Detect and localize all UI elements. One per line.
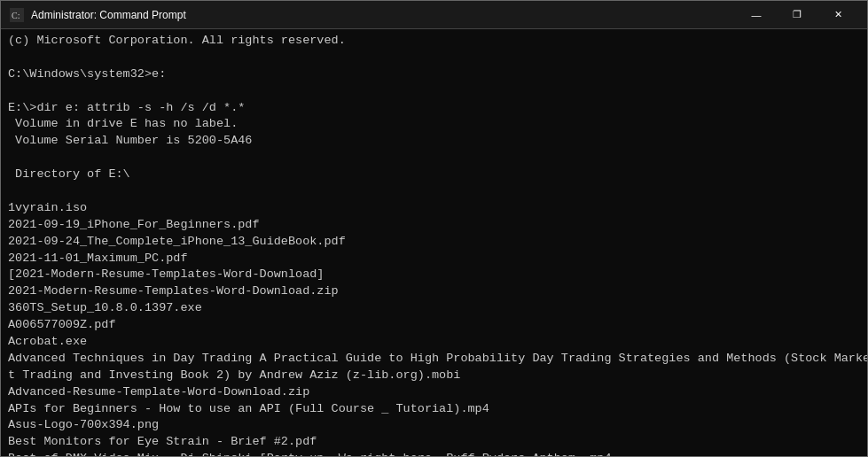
command-prompt-window: C: Administrator: Command Prompt — ❐ ✕ (… — [0, 0, 868, 457]
title-bar: C: Administrator: Command Prompt — ❐ ✕ — [1, 1, 867, 29]
window-title: Administrator: Command Prompt — [31, 9, 736, 21]
console-output[interactable]: (c) Microsoft Corporation. All rights re… — [1, 29, 867, 456]
svg-text:C:: C: — [12, 11, 20, 20]
close-button[interactable]: ✕ — [817, 1, 858, 29]
minimize-button[interactable]: — — [736, 1, 777, 29]
cmd-icon: C: — [10, 8, 24, 22]
window-controls: — ❐ ✕ — [736, 1, 858, 29]
maximize-button[interactable]: ❐ — [777, 1, 817, 29]
